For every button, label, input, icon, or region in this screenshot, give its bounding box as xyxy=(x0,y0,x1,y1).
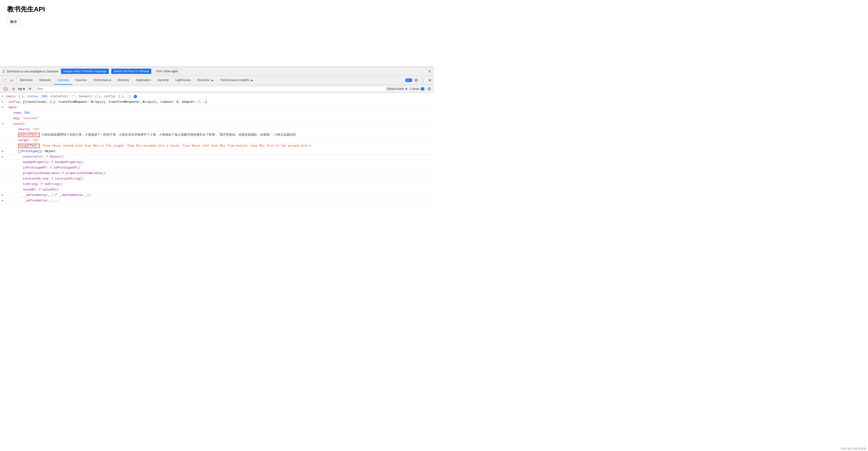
always-match-button[interactable]: Always match Chrome's language xyxy=(61,69,109,74)
console-right-controls: Default levels ▼ 1 Issue: 1 ⚙ xyxy=(387,86,432,92)
tab-network[interactable]: Network xyxy=(36,76,54,85)
console-content-1: {data: {…}, status: 200, statusText: '',… xyxy=(6,94,431,99)
tab-sources[interactable]: Sources xyxy=(72,76,90,85)
console-line-code: code: 200 xyxy=(0,110,434,116)
devtools-notification: ℹ DevTools is now available in Chinese! … xyxy=(0,67,434,76)
tab-lighthouse[interactable]: Lighthouse xyxy=(172,76,194,85)
console-toolbar: 🚫 ⊘ top ▼ 👁 Default levels ▼ 1 Issue: 1 … xyxy=(0,85,434,93)
console-line-targettext: targetText: "Xiao Shuai chased wild Xiao… xyxy=(0,143,434,149)
tab-security[interactable]: Security xyxy=(154,76,172,85)
console-line-constructor: ▶ constructor: f Object() xyxy=(0,154,434,160)
console-line-msg: msg: "success" xyxy=(0,116,434,121)
expand-arrow-constructor[interactable]: ▶ xyxy=(2,155,3,159)
issue-badge[interactable]: 1 Issue: 1 xyxy=(410,87,425,91)
expand-arrow-definegetter[interactable]: ▶ xyxy=(2,193,3,197)
console-settings-icon[interactable]: ⚙ xyxy=(426,86,432,92)
context-dropdown-icon: ▼ xyxy=(23,87,26,91)
device-mode-icon[interactable]: ▭ xyxy=(9,78,14,83)
tab-recorder[interactable]: Recorder ▲ xyxy=(194,76,217,85)
console-line-prototype: ▶ [[Prototype]]: Object xyxy=(0,149,434,154)
console-content-msg: msg: "success" xyxy=(13,116,431,121)
console-line-isprototypeof: isPrototypeOf: f isPrototypeOf() xyxy=(0,165,434,171)
expand-arrow-data[interactable]: ▼ xyxy=(2,106,3,109)
tab-performance-insights[interactable]: Performance insights ▲ xyxy=(217,76,257,85)
console-line-tostring: toString: f toString() xyxy=(0,181,434,187)
console-content-sourcetext: sourceText: 小帅丛林追逐野性十足的小美，小美逃进了一间房子里，小帅从… xyxy=(18,133,431,137)
context-selector[interactable]: top ▼ xyxy=(18,87,26,91)
info-icon: ℹ xyxy=(3,69,4,74)
tab-performance[interactable]: Performance xyxy=(90,76,114,85)
console-content-prototype: [[Prototype]]: Object xyxy=(18,149,431,154)
issue-count-badge: 1 xyxy=(421,87,425,91)
tab-right-controls: ✉ 1 ⚙ ⋮ ✕ xyxy=(405,77,434,83)
console-content-isprototypeof: isPrototypeOf: f isPrototypeOf() xyxy=(23,165,431,170)
console-line-definegetter: ▶ __defineGetter__: f __defineGetter__() xyxy=(0,193,434,198)
main-page: 教书先生API 翻译 xyxy=(0,0,434,67)
console-content-hasownproperty: hasOwnProperty: f hasOwnProperty() xyxy=(23,160,431,165)
console-line-propertyisenumerable: propertyIsEnumerable: f propertyIsEnumer… xyxy=(0,171,434,176)
console-content-tolocalestring: toLocaleString: f toLocaleString() xyxy=(23,176,431,181)
console-output: ▼ {data: {…}, status: 200, statusText: '… xyxy=(0,93,434,204)
close-notification-button[interactable]: ✕ xyxy=(428,69,431,74)
console-content-target: target: "en" xyxy=(18,138,431,143)
filter-input[interactable] xyxy=(35,86,385,91)
more-options-icon[interactable]: ⋮ xyxy=(420,77,426,83)
settings-icon[interactable]: ⚙ xyxy=(413,77,419,83)
targettext-highlight: targetText: xyxy=(18,144,40,148)
tab-application[interactable]: Application xyxy=(132,76,154,85)
close-devtools-icon[interactable]: ✕ xyxy=(427,77,433,83)
translate-button[interactable]: 翻译 xyxy=(7,19,20,25)
console-line-sourcetext: sourceText: 小帅丛林追逐野性十足的小美，小美逃进了一间房子里，小帅从… xyxy=(0,132,434,138)
default-levels-selector[interactable]: Default levels ▼ xyxy=(387,87,408,91)
dont-show-button[interactable]: Don't show again xyxy=(154,68,181,74)
clear-console-button[interactable]: 🚫 xyxy=(2,86,9,91)
notification-message: DevTools is now available in Chinese! xyxy=(7,69,59,73)
console-content-definesetter: __defineSetter__: ... xyxy=(23,198,431,203)
switch-devtools-button[interactable]: Switch DevTools to Chinese xyxy=(111,69,152,74)
devtools-tabs-bar: ⬚ ▭ Elements Network Console Sources Per… xyxy=(0,76,434,85)
console-line-source: source: "zh" xyxy=(0,127,434,132)
console-line-hasownproperty: hasOwnProperty: f hasOwnProperty() xyxy=(0,160,434,165)
message-badge: ✉ 1 xyxy=(405,78,412,82)
console-content-definegetter: __defineGetter__: f __defineGetter__() xyxy=(23,193,431,198)
console-line-target: target: "en" xyxy=(0,138,434,143)
issue-label: 1 Issue: xyxy=(410,87,420,91)
console-content-valueof: valueOf: f valueOf() xyxy=(23,187,431,192)
top-label: top xyxy=(18,87,22,91)
console-content-targettext: targetText: "Xiao Shuai chased wild Xiao… xyxy=(18,143,431,148)
console-line-result: ▼ result: xyxy=(0,121,434,127)
tab-elements[interactable]: Elements xyxy=(17,76,36,85)
expand-arrow-config[interactable]: ▶ xyxy=(2,100,3,104)
console-content-constructor: constructor: f Object() xyxy=(23,154,431,159)
page-title: 教书先生API xyxy=(7,5,427,14)
console-line-1: ▼ {data: {…}, status: 200, statusText: '… xyxy=(0,94,434,100)
info-badge-icon: i xyxy=(134,95,137,98)
expand-arrow-1[interactable]: ▼ xyxy=(2,95,3,98)
console-line-valueof: valueOf: f valueOf() xyxy=(0,187,434,193)
expand-arrow-definesetter[interactable]: ▶ xyxy=(2,199,3,203)
filter-toggle-button[interactable]: ⊘ xyxy=(11,86,17,91)
sourcetext-highlight: sourceText: xyxy=(18,133,40,137)
tab-memory[interactable]: Memory xyxy=(115,76,132,85)
console-content-propertyisenumerable: propertyIsEnumerable: f propertyIsEnumer… xyxy=(23,171,431,176)
tab-console[interactable]: Console xyxy=(54,76,72,85)
console-line-definesetter: ▶ __defineSetter__: ... xyxy=(0,198,434,203)
console-content-source: source: "zh" xyxy=(18,127,431,132)
tab-icon-group: ⬚ ▭ xyxy=(0,76,17,85)
console-content-data: data: xyxy=(8,105,431,110)
console-content-code: code: 200 xyxy=(13,111,431,115)
eye-icon[interactable]: 👁 xyxy=(27,86,33,91)
console-content-tostring: toString: f toString() xyxy=(23,182,431,187)
inspect-element-icon[interactable]: ⬚ xyxy=(2,78,7,83)
console-content-result: result: xyxy=(13,121,431,126)
expand-arrow-prototype[interactable]: ▶ xyxy=(2,149,3,153)
expand-arrow-result[interactable]: ▼ xyxy=(2,122,3,126)
console-content-config: config: {transitional: {…}, transformReq… xyxy=(8,100,431,105)
console-line-config: ▶ config: {transitional: {…}, transformR… xyxy=(0,100,434,105)
console-line-data: ▼ data: xyxy=(0,105,434,110)
console-line-tolocalestring: toLocaleString: f toLocaleString() xyxy=(0,176,434,181)
